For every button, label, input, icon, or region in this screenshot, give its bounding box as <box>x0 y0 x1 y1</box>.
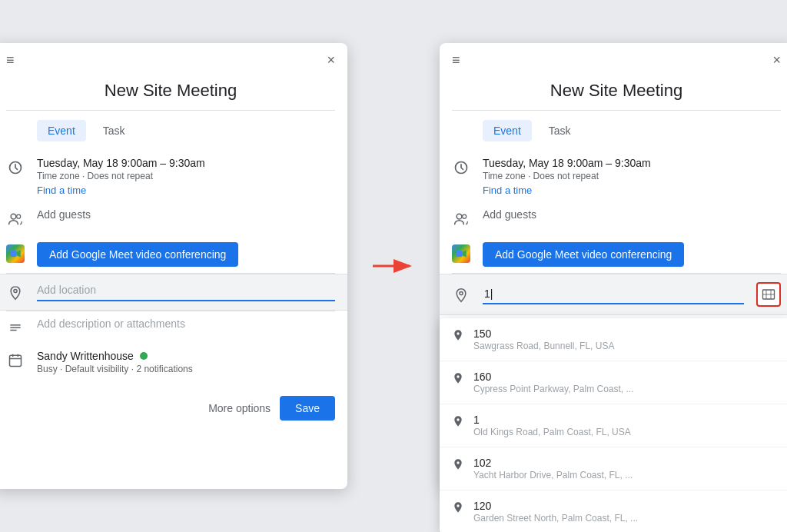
suggestion-text-0: 150 Sawgrass Road, Bunnell, FL, USA <box>473 328 614 351</box>
location-icon-left <box>6 284 25 302</box>
close-icon[interactable]: × <box>327 52 335 68</box>
hamburger-icon[interactable]: ≡ <box>6 52 15 68</box>
add-guests-text-left[interactable]: Add guests <box>37 208 335 221</box>
right-tabs: Event Task <box>440 111 787 151</box>
right-panel-title: New Site Meeting <box>452 75 781 111</box>
svg-point-22 <box>457 332 459 334</box>
svg-point-26 <box>457 504 459 507</box>
right-panel-header: ≡ × <box>440 43 787 75</box>
left-panel-title: New Site Meeting <box>6 75 335 111</box>
suggestion-text-1: 160 Cypress Point Parkway, Palm Coast, .… <box>473 371 634 394</box>
suggestion-dropdown: 150 Sawgrass Road, Bunnell, FL, USA 160 … <box>440 318 787 532</box>
description-text-left[interactable]: Add description or attachments <box>37 318 335 330</box>
location-input-right[interactable] <box>483 284 744 304</box>
add-guests-text-right[interactable]: Add guests <box>483 208 781 221</box>
guests-row-left: Add guests <box>0 202 347 234</box>
clock-icon-right <box>452 158 470 177</box>
calendar-row-left: Sandy Writtenhouse Busy · Default visibi… <box>0 344 347 381</box>
svg-rect-18 <box>456 251 462 257</box>
tab-event-right[interactable]: Event <box>483 120 532 141</box>
svg-marker-4 <box>16 250 20 257</box>
datetime-row-right: Tuesday, May 18 9:00am – 9:30am Time zon… <box>440 151 787 202</box>
find-time-link-left[interactable]: Find a time <box>37 185 335 196</box>
guests-icon-left <box>6 210 25 228</box>
meet-row-right: Add Google Meet video conferencing <box>440 234 787 273</box>
right-panel: ≡ × New Site Meeting Event Task Tuesday,… <box>440 43 787 489</box>
pin-icon-1 <box>452 372 464 391</box>
svg-point-17 <box>463 214 467 218</box>
pin-icon-2 <box>452 415 464 434</box>
datetime-row-left: Tuesday, May 18 9:00am – 9:30am Time zon… <box>0 151 347 202</box>
suggestion-item-1[interactable]: 160 Cypress Point Parkway, Palm Coast, .… <box>440 361 787 404</box>
suggestion-text-4: 120 Garden Street North, Palm Coast, FL,… <box>473 500 638 524</box>
calendar-name-left: Sandy Writtenhouse <box>37 350 335 362</box>
meet-icon-left <box>6 244 25 263</box>
guests-row-right: Add guests <box>440 202 787 234</box>
guests-icon-right <box>452 210 470 228</box>
calendar-content-left: Sandy Writtenhouse Busy · Default visibi… <box>37 350 335 374</box>
save-button-left[interactable]: Save <box>280 396 335 421</box>
suggestion-text-3: 102 Yacht Harbor Drive, Palm Coast, FL, … <box>473 457 633 480</box>
left-panel-header: ≡ × <box>0 43 347 75</box>
arrow-icon <box>370 251 417 281</box>
map-icon-button[interactable] <box>756 282 781 307</box>
meet-row-left: Add Google Meet video conferencing <box>0 234 347 273</box>
tab-task-left[interactable]: Task <box>92 120 136 141</box>
more-options-button[interactable]: More options <box>208 402 271 414</box>
datetime-content-left: Tuesday, May 18 9:00am – 9:30am Time zon… <box>37 157 335 196</box>
location-placeholder-left[interactable]: Add location <box>37 284 96 296</box>
location-section-right: 150 Sawgrass Road, Bunnell, FL, USA 160 … <box>440 274 787 315</box>
svg-point-1 <box>11 214 16 219</box>
location-row-left: Add location <box>0 274 347 311</box>
svg-point-20 <box>460 291 463 294</box>
svg-rect-3 <box>10 251 16 257</box>
svg-point-5 <box>14 289 17 292</box>
left-tabs: Event Task <box>0 111 347 151</box>
hamburger-icon-right[interactable]: ≡ <box>452 52 460 68</box>
tab-task-right[interactable]: Task <box>538 120 582 141</box>
date-time-sub-left: Time zone · Does not repeat <box>37 171 335 181</box>
location-input-wrapper-right <box>483 284 744 304</box>
add-meet-button-left[interactable]: Add Google Meet video conferencing <box>37 242 238 267</box>
description-row-left: Add description or attachments <box>0 311 347 344</box>
suggestion-item-4[interactable]: 120 Garden Street North, Palm Coast, FL,… <box>440 490 787 532</box>
svg-point-16 <box>457 214 462 219</box>
svg-marker-19 <box>462 250 466 257</box>
location-input-wrapper-left: Add location <box>37 283 335 301</box>
location-row-right <box>440 274 787 315</box>
description-icon-left <box>6 319 25 337</box>
calendar-sub-left: Busy · Default visibility · 2 notificati… <box>37 364 335 374</box>
left-panel-footer: More options Save <box>0 387 347 430</box>
date-time-sub-right: Time zone · Does not repeat <box>483 171 781 181</box>
find-time-link-right[interactable]: Find a time <box>483 185 781 196</box>
meet-icon-right <box>452 244 470 263</box>
close-icon-right[interactable]: × <box>772 52 781 68</box>
pin-icon-3 <box>452 458 464 477</box>
date-time-line-left[interactable]: Tuesday, May 18 9:00am – 9:30am <box>37 157 335 169</box>
pin-icon-0 <box>452 329 464 347</box>
svg-point-23 <box>457 375 459 377</box>
location-icon-right <box>452 286 470 304</box>
guests-content-right: Add guests <box>483 208 781 221</box>
suggestion-item-2[interactable]: 1 Old Kings Road, Palm Coast, FL, USA <box>440 404 787 447</box>
status-dot-left <box>140 352 148 360</box>
description-content-left: Add description or attachments <box>37 318 335 330</box>
add-meet-button-right[interactable]: Add Google Meet video conferencing <box>483 242 684 267</box>
calendar-icon-left <box>6 351 25 370</box>
svg-point-25 <box>457 461 459 464</box>
clock-icon-left <box>6 158 25 177</box>
left-panel: ≡ × New Site Meeting Event Task Tuesday,… <box>0 43 347 489</box>
pin-icon-4 <box>452 501 464 520</box>
tab-event-left[interactable]: Event <box>37 120 86 141</box>
svg-point-2 <box>17 214 21 218</box>
suggestion-item-0[interactable]: 150 Sawgrass Road, Bunnell, FL, USA <box>440 318 787 361</box>
arrow-container <box>363 251 424 281</box>
date-time-line-right[interactable]: Tuesday, May 18 9:00am – 9:30am <box>483 157 781 169</box>
svg-point-24 <box>457 418 459 421</box>
suggestion-item-3[interactable]: 102 Yacht Harbor Drive, Palm Coast, FL, … <box>440 447 787 490</box>
guests-content-left: Add guests <box>37 208 335 221</box>
suggestion-text-2: 1 Old Kings Road, Palm Coast, FL, USA <box>473 414 631 437</box>
datetime-content-right: Tuesday, May 18 9:00am – 9:30am Time zon… <box>483 157 781 196</box>
svg-rect-9 <box>10 355 22 366</box>
